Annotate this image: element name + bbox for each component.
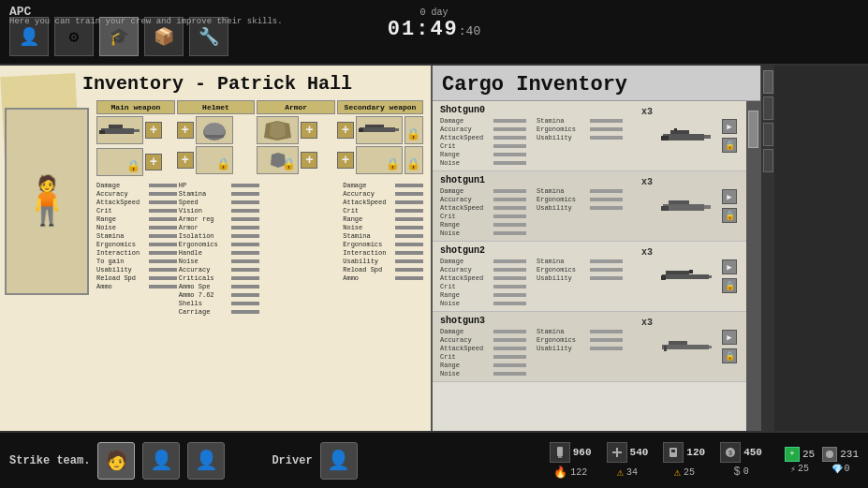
secondary-plus-btn-2[interactable]: + xyxy=(337,152,354,169)
top-bar: APC Here you can train your crew and imp… xyxy=(0,0,868,66)
sidebar-item-1[interactable] xyxy=(763,70,773,94)
stat-sec-noise: Noise xyxy=(343,224,423,231)
main-weapon-slot[interactable] xyxy=(96,116,143,144)
main-weapon-plus-btn-2[interactable]: + xyxy=(145,154,162,170)
cargo-stat-as-0: AttackSpeed xyxy=(440,134,536,141)
svg-rect-27 xyxy=(664,346,667,351)
driver-label: Driver xyxy=(272,454,312,467)
timer-area: 0 day 01:49 :40 xyxy=(388,7,480,41)
armor-slot-2[interactable] xyxy=(257,146,299,174)
cargo-action-btn-1-2[interactable]: 🔒 xyxy=(722,208,737,223)
equipment-grid: Main weapon Helmet Armor Secondary weapo… xyxy=(96,100,423,176)
cargo-item-shotgun0-left: Shotgun0 Damage Stamina Accuracy Ergonom… xyxy=(440,105,632,167)
cargo-item-name-0: Shotgun0 xyxy=(440,105,632,115)
stat-sec-usability: Usability xyxy=(343,258,423,265)
team-member-3[interactable]: 👤 xyxy=(187,442,225,480)
stat-stamina: Stamina xyxy=(96,232,177,240)
cargo-item-shotgun3: shotgun3 Damage Stamina Accuracy Ergonom… xyxy=(433,312,746,382)
secondary-weapon-slot[interactable] xyxy=(356,116,403,144)
cargo-actions-3: ▶ 🔒 xyxy=(720,316,739,377)
cargo-stat-damage-0: Damage xyxy=(440,117,536,125)
main-weapon-plus-btn[interactable]: + xyxy=(145,122,162,139)
resources-grid: 960 🔥 122 540 ⚠ 34 xyxy=(550,442,762,480)
resource-tools-bottom: ⚠ 34 xyxy=(617,466,638,480)
cargo-action-btn-0-1[interactable]: ▶ xyxy=(722,119,737,134)
stat-ammo: Ammo xyxy=(96,283,177,290)
sidebar-item-3[interactable] xyxy=(763,123,773,146)
team-member-1[interactable]: 🧑 xyxy=(97,442,135,480)
svg-rect-29 xyxy=(557,447,563,456)
helmet-plus-btn-1[interactable]: + xyxy=(177,122,194,139)
money-icon: $ xyxy=(720,442,741,463)
scroll-thumb[interactable] xyxy=(748,111,758,148)
cargo-action-btn-2-2[interactable]: 🔒 xyxy=(722,278,737,293)
cargo-item-shotgun2-left: shotgun2 Damage Stamina Accuracy Ergonom… xyxy=(440,245,632,307)
stat-hp: HP xyxy=(179,182,259,189)
svg-rect-18 xyxy=(704,205,711,209)
secondary-plus-btn-1[interactable]: + xyxy=(337,122,354,139)
resource-tools-top: 540 xyxy=(607,442,649,463)
driver-avatar[interactable]: 👤 xyxy=(320,442,358,480)
svg-rect-30 xyxy=(558,456,562,458)
main-weapon-stats: Damage Accuracy AttackSpeed Crit Range N… xyxy=(96,182,177,316)
armor-slot[interactable] xyxy=(257,116,299,144)
stat-ammo762: Ammo 7.62 xyxy=(179,291,259,299)
armor-plus-btn[interactable]: + xyxy=(301,122,317,139)
sidebar-item-2[interactable] xyxy=(763,96,773,120)
svg-rect-14 xyxy=(661,136,669,140)
cargo-stat-noise-0: Noise xyxy=(440,159,536,167)
armor-plus-btn-2[interactable]: + xyxy=(301,152,317,169)
flame-icon: 🔥 xyxy=(553,466,567,480)
cargo-list: Shotgun0 Damage Stamina Accuracy Ergonom… xyxy=(433,101,746,431)
extra-res-1-sub-val: 25 xyxy=(798,464,809,474)
armor-stats xyxy=(261,182,342,316)
extra-res-2: 231 💎 0 xyxy=(822,447,859,475)
helmet-header: Helmet xyxy=(177,100,256,114)
helmet-slot[interactable] xyxy=(196,116,233,144)
secondary-weapon-slot-locked[interactable] xyxy=(405,116,423,144)
stat-sec-crit: Crit xyxy=(343,207,423,214)
team-member-2[interactable]: 👤 xyxy=(142,442,180,480)
secondary-weapon-slot-3[interactable] xyxy=(405,146,423,174)
stat-criticals: Criticals xyxy=(179,274,259,282)
resource-fuel: 120 ⚠ 25 xyxy=(663,442,705,480)
strike-team-section: Strike team. 🧑 👤 👤 xyxy=(9,442,225,480)
time-display: 01:49 xyxy=(388,18,459,41)
svg-rect-34 xyxy=(671,450,675,452)
helmet-plus-btn-2[interactable]: + xyxy=(177,152,194,169)
cargo-action-btn-3-1[interactable]: ▶ xyxy=(722,330,737,345)
cargo-action-btn-0-2[interactable]: 🔒 xyxy=(722,138,737,153)
svg-rect-3 xyxy=(99,130,105,134)
cargo-stat-accuracy-0: Accuracy xyxy=(440,126,536,133)
svg-rect-24 xyxy=(689,270,693,274)
cargo-action-btn-3-2[interactable]: 🔒 xyxy=(722,348,737,363)
stat-noise: Noise xyxy=(96,224,177,231)
scrollbar[interactable] xyxy=(746,101,760,431)
day-display: 0 day xyxy=(388,7,480,18)
cargo-actions-0: ▶ 🔒 xyxy=(720,105,739,167)
bottom-bar: Strike team. 🧑 👤 👤 Driver 👤 960 🔥 122 xyxy=(0,431,868,488)
secondary-weapon-slot-2[interactable] xyxy=(356,146,403,174)
right-sidebar xyxy=(760,66,774,431)
svg-rect-25 xyxy=(662,345,709,349)
stat-togain: To gain xyxy=(96,258,177,265)
helmet-slot-2[interactable] xyxy=(196,146,233,174)
sidebar-item-4[interactable] xyxy=(763,149,773,172)
main-weapon-slot-2[interactable] xyxy=(96,148,143,176)
svg-rect-17 xyxy=(669,200,689,204)
svg-rect-15 xyxy=(674,128,677,131)
svg-rect-0 xyxy=(101,128,134,134)
resource-bullets-top: 960 xyxy=(550,442,592,463)
extra-resources: + 25 ⚡ 25 231 💎 0 xyxy=(785,447,859,475)
cargo-title: Cargo Inventory xyxy=(433,66,760,101)
cargo-stats-0: Damage Stamina Accuracy Ergonomics Attac… xyxy=(440,117,632,167)
svg-rect-22 xyxy=(709,275,712,278)
stat-sec-ammo: Ammo xyxy=(343,274,423,282)
cargo-action-btn-2-1[interactable]: ▶ xyxy=(722,259,737,274)
resource-fuel-top: 120 xyxy=(663,442,705,463)
stat-sec-interaction: Interaction xyxy=(343,249,423,257)
cargo-action-btn-1-1[interactable]: ▶ xyxy=(722,189,737,204)
fuel-value: 120 xyxy=(686,447,705,458)
svg-rect-21 xyxy=(666,271,689,274)
bullets-sub-value: 122 xyxy=(570,467,587,478)
